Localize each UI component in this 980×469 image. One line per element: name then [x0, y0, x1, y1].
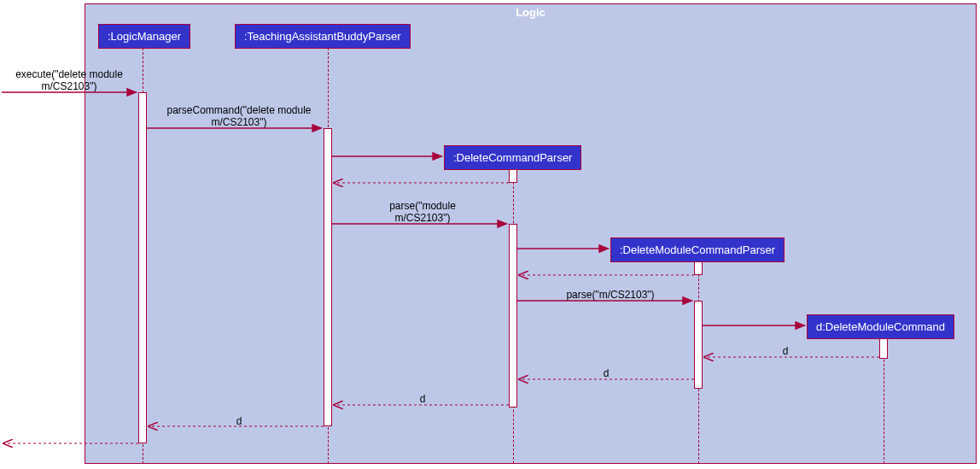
participant-tabparser: :TeachingAssistantBuddyParser [235, 24, 411, 49]
activation-dmc [879, 338, 888, 359]
participant-deletecommandparser: :DeleteCommandParser [444, 145, 581, 170]
msg-execute: execute("delete modulem/CS2103") [5, 68, 133, 93]
msg-return-d3: d [410, 393, 435, 405]
msg-parsem: parse("m/CS2103") [555, 289, 666, 301]
logic-frame: Logic [85, 3, 977, 464]
participant-deletemodulecommandparser: :DeleteModuleCommandParser [610, 237, 785, 262]
msg-return-d2: d [593, 367, 619, 379]
activation-dmcp-create [694, 261, 703, 275]
frame-title: Logic [507, 4, 554, 21]
msg-parsecommand: parseCommand("delete modulem/CS2103") [154, 104, 324, 129]
activation-dmcp [694, 301, 703, 389]
activation-tab [324, 128, 332, 426]
msg-return-d1: d [773, 345, 798, 357]
participant-logicmanager: :LogicManager [98, 24, 190, 49]
activation-dcp [509, 224, 517, 407]
msg-parsemodule: parse("modulem/CS2103") [341, 200, 504, 225]
participant-deletemodulecommand: d:DeleteModuleCommand [807, 314, 954, 339]
msg-return-d4: d [226, 415, 252, 427]
activation-lm [138, 92, 147, 443]
activation-dcp-create [509, 169, 517, 183]
